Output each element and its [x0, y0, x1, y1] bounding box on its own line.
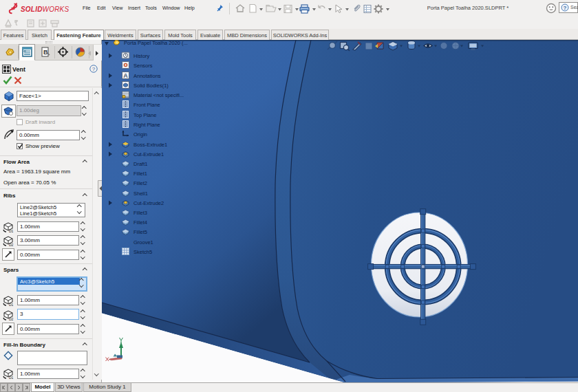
svg-text:?: ?: [564, 5, 567, 11]
svg-text:D2: D2: [9, 317, 14, 321]
svg-text:D1: D1: [9, 375, 14, 380]
svg-text:A: A: [123, 72, 128, 79]
svg-text:D1: D1: [9, 229, 14, 233]
svg-text:SOLIDWORKS: SOLIDWORKS: [21, 6, 69, 13]
svg-text:D2: D2: [9, 243, 14, 247]
svg-text:D1: D1: [9, 303, 14, 307]
